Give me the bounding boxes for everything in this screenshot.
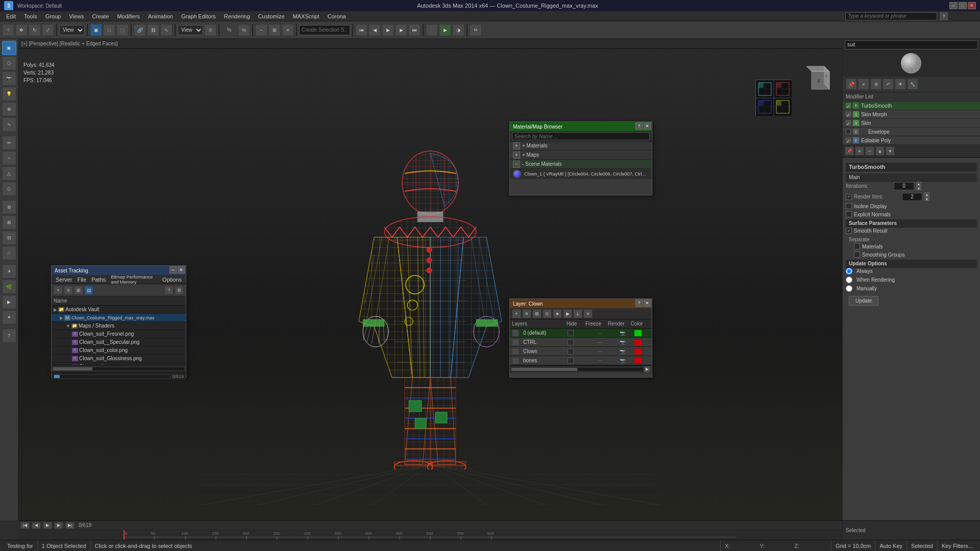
layer-clown-render[interactable]: 📷 xyxy=(611,348,634,354)
reference-dropdown[interactable]: View xyxy=(59,25,85,35)
menu-maxscript[interactable]: MAXScript xyxy=(289,12,324,20)
asset-settings-btn[interactable]: ⚙ xyxy=(175,286,184,295)
iterations-input[interactable] xyxy=(894,182,914,190)
timeline-slider[interactable]: 0 50 100 150 200 250 300 350 400 450 xyxy=(18,530,842,540)
layer-object-props-btn[interactable]: ≡ xyxy=(583,309,593,318)
layer-ctrl-hide[interactable] xyxy=(568,339,588,345)
layer-bones-render[interactable]: 📷 xyxy=(611,358,634,363)
layer-help-btn[interactable]: ? xyxy=(635,299,643,307)
material-panel-header[interactable]: Material/Map Browser ? ✕ xyxy=(510,122,652,131)
render-iters-checkbox[interactable]: ✓ xyxy=(846,194,852,200)
rp-icon-display[interactable]: 👁 xyxy=(895,79,906,90)
menu-create[interactable]: Create xyxy=(88,12,113,20)
manually-radio[interactable] xyxy=(846,285,852,292)
rp-icon-utility[interactable]: 🔧 xyxy=(907,79,918,90)
asset-menu-file[interactable]: File xyxy=(75,276,88,283)
sidebar-light-tool[interactable]: 💡 xyxy=(2,87,16,101)
timeline-back-btn[interactable]: ◀ xyxy=(32,522,41,529)
select-tool[interactable]: ⊹ xyxy=(2,24,14,36)
skin-checkbox[interactable]: ✓ xyxy=(846,120,851,126)
layer-row-bones[interactable]: bones ---- 📷 xyxy=(510,356,652,365)
rp-icon-list[interactable]: ≡ xyxy=(858,79,869,90)
asset-fresnel-row[interactable]: T Clown_suit_Fresnel.png xyxy=(52,330,186,338)
select-object-btn[interactable]: ▣ xyxy=(90,24,102,36)
sidebar-sun-tool[interactable]: ☀ xyxy=(2,264,16,279)
asset-menu-server[interactable]: Server xyxy=(54,276,74,283)
layer-bones-color[interactable] xyxy=(634,357,652,364)
asset-add-btn[interactable]: + xyxy=(54,286,63,295)
layer-bones-hide-check[interactable] xyxy=(568,358,574,364)
layer-clown-hide-check[interactable] xyxy=(568,348,574,355)
render-setup-btn[interactable]: 🎥 xyxy=(426,24,438,36)
scene-materials-section[interactable]: − - Scene Materials xyxy=(510,160,652,169)
layer-bones-freeze[interactable]: ---- xyxy=(588,358,611,363)
sidebar-spacewarp-tool[interactable]: ∿ xyxy=(2,117,16,132)
layer-clown-freeze[interactable]: ---- xyxy=(588,348,611,354)
asset-list-btn[interactable]: ≡ xyxy=(64,286,73,295)
modifier-envelope[interactable]: E Envelope xyxy=(843,128,980,136)
envelope-checkbox[interactable] xyxy=(846,129,851,134)
menu-views[interactable]: Views xyxy=(65,12,88,20)
sidebar-element-tool[interactable]: ◇ xyxy=(2,182,16,196)
sidebar-render-tool[interactable]: ▶ xyxy=(2,295,16,309)
layer-close-btn[interactable]: ✕ xyxy=(644,299,651,307)
always-radio[interactable] xyxy=(846,268,852,274)
menu-graph-editors[interactable]: Graph Editors xyxy=(177,12,220,20)
asset-menu-paths[interactable]: Paths xyxy=(89,276,108,283)
select-region-btn[interactable]: □ xyxy=(103,24,115,36)
close-btn[interactable]: ✕ xyxy=(968,2,976,9)
asset-menu-bitmap[interactable]: Bitmap Performance and Memory xyxy=(109,274,159,285)
bind-spacewarp-btn[interactable]: ∿ xyxy=(160,24,173,36)
layer-clown-hide[interactable] xyxy=(568,348,588,355)
render-iters-up[interactable]: ▲ xyxy=(924,192,929,196)
asset-gloss-row[interactable]: T Clown_suit_Glossiness.png xyxy=(52,355,186,363)
timeline-fwd-btn[interactable]: ▶ xyxy=(54,522,63,529)
sidebar-env-tool[interactable]: 🌿 xyxy=(2,280,16,294)
layer-delete-btn[interactable]: ✕ xyxy=(522,309,531,318)
layer-ctrl-freeze[interactable]: ---- xyxy=(588,339,611,345)
scale-tool[interactable]: ⤢ xyxy=(42,24,54,36)
search-input[interactable] xyxy=(845,12,937,20)
asset-minimize-btn[interactable]: ─ xyxy=(169,266,177,273)
modifier-turbsmooth[interactable]: ✓ T TurboSmooth xyxy=(843,102,980,110)
render-btn[interactable]: ▶ xyxy=(439,24,451,36)
status-keyfilters-segment[interactable]: Key Filters... xyxy=(938,540,977,551)
layer-0-color-box[interactable] xyxy=(634,330,642,337)
layer-new-btn[interactable]: + xyxy=(512,309,521,318)
asset-help-btn[interactable]: ? xyxy=(164,286,174,295)
smoothing-groups-checkbox[interactable] xyxy=(854,252,860,258)
rp-icon-configure[interactable]: ⚙ xyxy=(870,79,881,90)
maps-section[interactable]: + + Maps xyxy=(510,151,652,160)
minimize-btn[interactable]: ─ xyxy=(949,2,958,9)
asset-scrolltrack[interactable] xyxy=(53,367,185,371)
layer-row-ctrl[interactable]: CTRL ---- 📷 xyxy=(510,338,652,347)
asset-panel-header[interactable]: Asset Tracking ─ ✕ xyxy=(52,266,186,275)
sidebar-clone-tool[interactable]: ⧉ xyxy=(2,200,16,214)
layer-add-selected-btn[interactable]: ⊞ xyxy=(532,309,542,318)
layer-ctrl-render[interactable]: 📷 xyxy=(611,339,634,345)
sidebar-spline-tool[interactable]: ~ xyxy=(2,151,16,165)
named-selection-input[interactable] xyxy=(299,25,350,35)
menu-edit[interactable]: Edit xyxy=(2,12,20,20)
key-filters-label[interactable]: Key Filters... xyxy=(942,543,973,549)
sidebar-select-tool[interactable]: ▣ xyxy=(2,41,16,55)
isoline-checkbox[interactable] xyxy=(846,203,852,209)
maximize-btn[interactable]: □ xyxy=(959,2,967,9)
scene-materials-collapse[interactable]: − xyxy=(513,161,520,168)
iterations-up[interactable]: ▲ xyxy=(916,182,921,186)
menu-rendering[interactable]: Rendering xyxy=(220,12,254,20)
turbsmooth-checkbox[interactable]: ✓ xyxy=(846,103,851,108)
layer-manager-btn[interactable]: ≡ xyxy=(282,24,294,36)
asset-scrollbar[interactable] xyxy=(52,365,186,372)
scene-material-item[interactable]: Clown_1 { VRayMtl } [Circle004, Circle00… xyxy=(510,169,652,179)
asset-color-row[interactable]: T Clown_suit_color.png xyxy=(52,346,186,355)
asset-maps-row[interactable]: ▼ 📁 Maps / Shaders xyxy=(52,322,186,330)
layer-panel-header[interactable]: Layer: Clown ? ✕ xyxy=(510,299,652,308)
sidebar-boolean-tool[interactable]: ∩ xyxy=(2,246,16,260)
modifier-skinmorph[interactable]: ✓ S Skin Morph xyxy=(843,110,980,119)
layer-bones-hide[interactable] xyxy=(568,358,588,364)
timeline-prev-btn[interactable]: |◀ xyxy=(20,522,30,529)
mod-add-icon[interactable]: + xyxy=(855,146,864,156)
mod-down-icon[interactable]: ▼ xyxy=(886,146,895,156)
anim-prev-frame-btn[interactable]: ◀ xyxy=(369,24,381,36)
